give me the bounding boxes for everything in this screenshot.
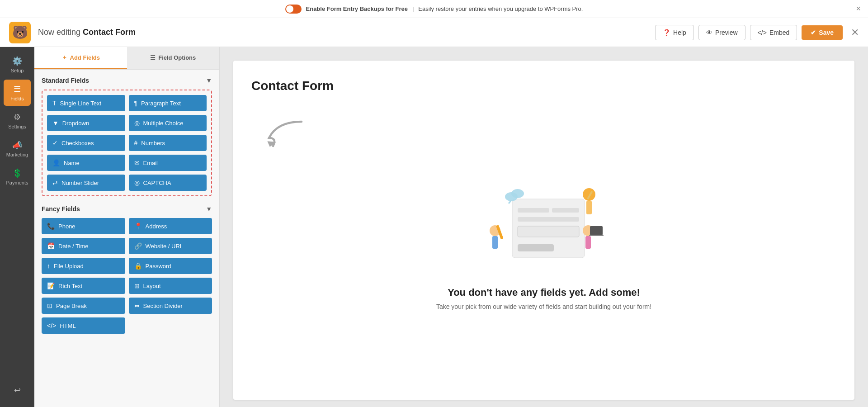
layout-label: Layout: [143, 283, 161, 289]
svg-rect-11: [586, 201, 592, 214]
field-btn-numbers[interactable]: # Numbers: [129, 135, 207, 151]
field-btn-single-line-text[interactable]: T Single Line Text: [47, 95, 125, 111]
close-editor-button[interactable]: ✕: [851, 27, 859, 38]
field-btn-page-break[interactable]: ⊡ Page Break: [42, 298, 125, 314]
sidebar-item-marketing[interactable]: 📣 Marketing: [4, 136, 31, 162]
header-title: Now editing Contact Form: [38, 28, 648, 37]
embed-button[interactable]: </> Embed: [750, 25, 797, 40]
header: 🐻 Now editing Contact Form ❓ Help 👁 Prev…: [0, 18, 868, 47]
tab-field-options[interactable]: ☰ Field Options: [127, 47, 220, 69]
help-button[interactable]: ❓ Help: [655, 25, 694, 40]
standard-fields-chevron: ▼: [206, 77, 212, 84]
fields-panel: ＋ Add Fields ☰ Field Options Standard Fi…: [34, 47, 220, 407]
add-fields-tab-icon: ＋: [61, 53, 67, 62]
settings-icon: ⚙: [14, 112, 21, 122]
svg-rect-3: [552, 208, 579, 213]
form-name: Contact Form: [83, 28, 136, 37]
empty-subtitle: Take your pick from our wide variety of …: [436, 303, 651, 310]
panel-tabs: ＋ Add Fields ☰ Field Options: [34, 47, 219, 70]
page-break-icon: ⊡: [47, 302, 52, 309]
field-btn-password[interactable]: 🔒 Password: [129, 258, 212, 274]
single-line-text-icon: T: [52, 99, 57, 107]
number-slider-label: Number Slider: [61, 180, 99, 186]
field-btn-dropdown[interactable]: ▼ Dropdown: [47, 115, 125, 131]
fancy-fields-section-header[interactable]: Fancy Fields ▼: [42, 205, 212, 213]
sidebar-item-fields[interactable]: ☰ Fields: [4, 80, 31, 106]
standard-fields-title: Standard Fields: [42, 77, 89, 84]
editing-prefix: Now editing: [38, 28, 80, 37]
name-label: Name: [64, 160, 80, 166]
empty-illustration: [476, 172, 612, 273]
svg-rect-5: [518, 226, 579, 237]
standard-fields-grid: T Single Line Text ¶ Paragraph Text ▼ Dr…: [42, 90, 212, 196]
html-label: HTML: [60, 322, 75, 329]
help-icon: ❓: [663, 29, 670, 36]
fancy-fields-grid: 📞 Phone 📍 Address 📅 Date / Time 🔗 Websit…: [42, 218, 212, 334]
svg-rect-19: [589, 235, 604, 236]
banner-separator: |: [412, 5, 414, 12]
sidebar-item-payments-label: Payments: [6, 180, 28, 185]
field-btn-email[interactable]: ✉ Email: [129, 155, 207, 171]
field-btn-rich-text[interactable]: 📝 Rich Text: [42, 278, 125, 294]
empty-title: You don't have any fields yet. Add some!: [448, 287, 640, 298]
page-break-label: Page Break: [56, 303, 87, 309]
form-title: Contact Form: [251, 79, 836, 93]
svg-rect-17: [585, 236, 591, 249]
sidebar-item-setup[interactable]: ⚙️ Setup: [4, 52, 31, 78]
banner-description: Easily restore your entries when you upg…: [418, 5, 583, 12]
dropdown-icon: ▼: [52, 119, 59, 127]
paragraph-text-label: Paragraph Text: [141, 100, 181, 107]
field-btn-phone[interactable]: 📞 Phone: [42, 218, 125, 234]
field-btn-multiple-choice[interactable]: ◎ Multiple Choice: [129, 115, 207, 131]
field-btn-website-url[interactable]: 🔗 Website / URL: [129, 238, 212, 254]
layout-icon: ⊞: [134, 282, 140, 289]
tab-add-fields[interactable]: ＋ Add Fields: [34, 47, 127, 69]
field-btn-paragraph-text[interactable]: ¶ Paragraph Text: [129, 95, 207, 111]
date-time-icon: 📅: [47, 242, 55, 250]
svg-rect-2: [518, 208, 549, 213]
field-btn-section-divider[interactable]: ⇔ Section Divider: [129, 298, 212, 314]
field-btn-date-time[interactable]: 📅 Date / Time: [42, 238, 125, 254]
close-banner-button[interactable]: ×: [856, 4, 861, 14]
rich-text-label: Rich Text: [58, 283, 82, 289]
sidebar-item-payments[interactable]: 💲 Payments: [4, 164, 31, 190]
field-btn-checkboxes[interactable]: ✓ Checkboxes: [47, 135, 125, 151]
phone-label: Phone: [58, 223, 75, 230]
field-btn-name[interactable]: 👤 Name: [47, 155, 125, 171]
panel-collapse-handle[interactable]: ◀: [219, 216, 220, 238]
field-btn-file-upload[interactable]: ↑ File Upload: [42, 258, 125, 274]
field-btn-address[interactable]: 📍 Address: [129, 218, 212, 234]
section-divider-label: Section Divider: [143, 303, 183, 309]
save-checkmark-icon: ✔: [811, 29, 816, 36]
paragraph-text-icon: ¶: [134, 99, 138, 107]
numbers-icon: #: [134, 139, 138, 147]
field-btn-layout[interactable]: ⊞ Layout: [129, 278, 212, 294]
multiple-choice-icon: ◎: [134, 119, 140, 127]
save-label: Save: [819, 29, 834, 36]
save-button[interactable]: ✔ Save: [802, 25, 843, 40]
fancy-fields-title: Fancy Fields: [42, 205, 80, 213]
arrow-svg: [265, 116, 306, 152]
embed-icon: </>: [758, 29, 767, 36]
field-btn-captcha[interactable]: ◎ CAPTCHA: [129, 175, 207, 191]
preview-label: Preview: [715, 29, 738, 36]
preview-button[interactable]: 👁 Preview: [698, 25, 745, 40]
rich-text-icon: 📝: [47, 282, 55, 289]
empty-state: You don't have any fields yet. Add some!…: [251, 107, 836, 310]
sidebar-item-settings[interactable]: ⚙ Settings: [4, 108, 31, 134]
field-btn-html[interactable]: </> HTML: [42, 317, 125, 334]
backup-toggle[interactable]: [285, 5, 302, 14]
fields-icon: ☰: [14, 84, 21, 94]
sidebar-item-history[interactable]: ↩: [4, 381, 31, 400]
sidebar-item-fields-label: Fields: [10, 96, 24, 101]
svg-point-8: [511, 189, 524, 198]
panel-content: Standard Fields ▼ T Single Line Text ¶ P…: [34, 70, 219, 407]
html-icon: </>: [47, 322, 56, 329]
multiple-choice-label: Multiple Choice: [143, 120, 184, 127]
arrow-indicator: [265, 116, 306, 154]
standard-fields-section-header[interactable]: Standard Fields ▼: [42, 77, 212, 84]
svg-rect-6: [518, 244, 554, 251]
preview-icon: 👁: [706, 29, 712, 36]
field-btn-number-slider[interactable]: ⇄ Number Slider: [47, 175, 125, 191]
email-icon: ✉: [134, 159, 140, 166]
